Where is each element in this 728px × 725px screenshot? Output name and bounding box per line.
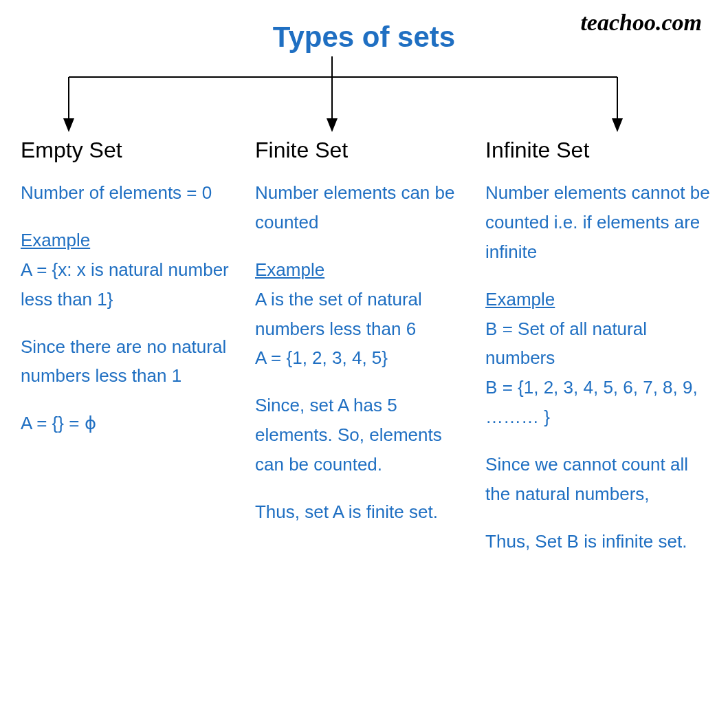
column-empty-set: Empty Set Number of elements = 0 Example… [16,138,241,574]
reason-finite: Since, set A has 5 elements. So, element… [255,391,466,479]
column-finite-set: Finite Set Number elements can be counte… [241,138,466,574]
definition-empty: Number of elements = 0 [21,178,241,208]
example-label-empty: Example [21,226,90,255]
diagram-title: Types of sets [273,21,455,54]
example-set-finite: A = {1, 2, 3, 4, 5} [255,343,466,373]
column-infinite-set: Infinite Set Number elements cannot be c… [466,138,712,574]
example-label-infinite: Example [485,285,555,314]
heading-finite-set: Finite Set [255,138,466,163]
conclusion-finite: Thus, set A is finite set. [255,497,466,527]
example-set-empty: A = {x: x is natural number less than 1} [21,255,241,314]
body-finite-set: Number elements can be counted Example A… [255,178,466,545]
reason-empty: Since there are no natural numbers less … [21,332,241,391]
heading-infinite-set: Infinite Set [485,138,712,163]
example-label-finite: Example [255,255,324,285]
heading-empty-set: Empty Set [21,138,241,163]
reason-infinite: Since we cannot count all the natural nu… [485,450,712,509]
definition-finite: Number elements can be counted [255,178,466,237]
columns-container: Empty Set Number of elements = 0 Example… [0,138,728,574]
body-infinite-set: Number elements cannot be counted i.e. i… [485,178,712,574]
example-desc-finite: A is the set of natural numbers less tha… [255,285,466,344]
watermark: teachoo.com [580,10,702,36]
conclusion-empty: A = {} = ϕ [21,409,241,438]
example-set-infinite: B = {1, 2, 3, 4, 5, 6, 7, 8, 9, ……… } [485,373,712,432]
example-desc-infinite: B = Set of all natural numbers [485,314,712,374]
conclusion-infinite: Thus, Set B is infinite set. [485,527,712,556]
body-empty-set: Number of elements = 0 Example A = {x: x… [21,178,241,456]
definition-infinite: Number elements cannot be counted i.e. i… [485,178,712,267]
tree-connector [0,56,728,139]
